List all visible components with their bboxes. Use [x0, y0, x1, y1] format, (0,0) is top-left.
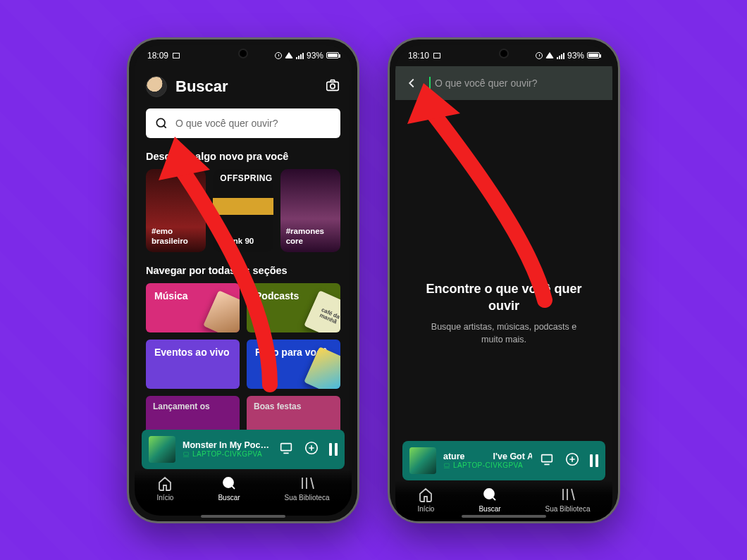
category-podcasts[interactable]: Podcastscafé da manhã [247, 283, 340, 332]
battery-icon [326, 52, 339, 58]
connect-devices-button[interactable] [278, 440, 294, 459]
category-thumb: café da manhã [304, 290, 340, 332]
discover-card[interactable]: #ramones core [280, 169, 340, 252]
search-icon [154, 116, 168, 130]
svg-rect-8 [542, 454, 552, 461]
search-placeholder: O que você quer ouvir? [175, 118, 278, 129]
category-music[interactable]: Música [146, 283, 240, 332]
connect-devices-button[interactable] [539, 452, 555, 470]
discover-heading: Descubra algo novo pra você [146, 151, 340, 162]
bottom-nav: Início Buscar Sua Biblioteca [135, 469, 352, 516]
svg-point-2 [156, 118, 165, 127]
camera-button[interactable] [325, 77, 340, 96]
search-active-bar[interactable]: O que você quer ouvir? [395, 66, 612, 100]
battery-icon [587, 52, 600, 58]
discover-row: #emo brasileiro OFFSPRING#punk 90 #ramon… [135, 169, 352, 262]
avatar[interactable] [146, 76, 167, 97]
battery-pct: 93% [307, 51, 323, 61]
gesture-bar [462, 515, 546, 518]
now-playing-art [149, 436, 175, 463]
category-thumb [203, 290, 240, 332]
device-icon [183, 451, 190, 458]
screenshot-icon [173, 53, 180, 58]
category-grid: Música Podcastscafé da manhã Eventos ao … [135, 283, 352, 396]
battery-pct: 93% [567, 51, 584, 61]
pause-button[interactable] [590, 454, 598, 467]
camera-hole [500, 50, 507, 57]
status-time: 18:10 [408, 51, 429, 61]
status-time: 18:09 [147, 51, 168, 61]
discover-card[interactable]: #emo brasileiro [146, 169, 206, 252]
wifi-icon [545, 52, 554, 58]
signal-icon [296, 52, 304, 59]
svg-rect-3 [184, 452, 189, 456]
gesture-bar [201, 515, 285, 518]
svg-rect-0 [327, 82, 339, 90]
svg-point-1 [331, 84, 335, 88]
empty-subtitle: Busque artistas, músicas, podcasts e mui… [424, 321, 584, 346]
back-icon[interactable] [404, 75, 419, 91]
category-made-for-you[interactable]: Feito para você [247, 340, 340, 389]
svg-rect-7 [445, 463, 450, 467]
svg-point-6 [223, 478, 233, 487]
empty-title: Encontre o que você quer ouvir [424, 280, 584, 315]
category-live[interactable]: Eventos ao vivo [146, 340, 240, 389]
search-input[interactable]: O que você quer ouvir? [146, 108, 340, 138]
nav-library[interactable]: Sua Biblioteca [285, 475, 330, 502]
phone-right: 18:10 93% O que você quer ouvir? [388, 37, 620, 523]
phone-left: 18:09 93% Buscar [127, 37, 359, 523]
svg-rect-4 [281, 443, 292, 450]
discover-card[interactable]: OFFSPRING#punk 90 [213, 169, 273, 252]
pause-button[interactable] [329, 443, 338, 456]
now-playing-bar[interactable]: Monster In My Pocket LAPTOP-CIVKGPVA [142, 430, 345, 469]
nav-home[interactable]: Início [417, 486, 434, 513]
text-cursor [429, 77, 431, 89]
alarm-icon [536, 52, 543, 59]
screenshot-icon [433, 53, 440, 58]
now-playing-track: Monster In My Pocket [183, 440, 271, 450]
now-playing-device: LAPTOP-CIVKGPVA [192, 450, 262, 458]
now-playing-track: atureI've Got A [443, 452, 532, 461]
nav-home[interactable]: Início [156, 475, 173, 502]
nav-search[interactable]: Buscar [479, 486, 500, 513]
alarm-icon [275, 52, 282, 59]
wifi-icon [285, 52, 293, 58]
signal-icon [557, 52, 564, 59]
browse-heading: Navegar por todas as seções [146, 265, 340, 276]
search-placeholder: O que você quer ouvir? [435, 77, 538, 89]
nav-search[interactable]: Buscar [218, 475, 240, 502]
now-playing-device: LAPTOP-CIVKGPVA [453, 461, 523, 469]
nav-library[interactable]: Sua Biblioteca [545, 486, 591, 513]
add-to-playlist-button[interactable] [564, 452, 580, 470]
now-playing-bar[interactable]: atureI've Got A LAPTOP-CIVKGPVA [402, 441, 605, 480]
now-playing-art [409, 447, 436, 474]
svg-point-10 [484, 489, 494, 499]
search-header: Buscar [135, 66, 352, 104]
camera-hole [240, 50, 247, 57]
device-icon [443, 462, 450, 469]
page-title: Buscar [175, 77, 316, 96]
add-to-playlist-button[interactable] [304, 440, 319, 459]
